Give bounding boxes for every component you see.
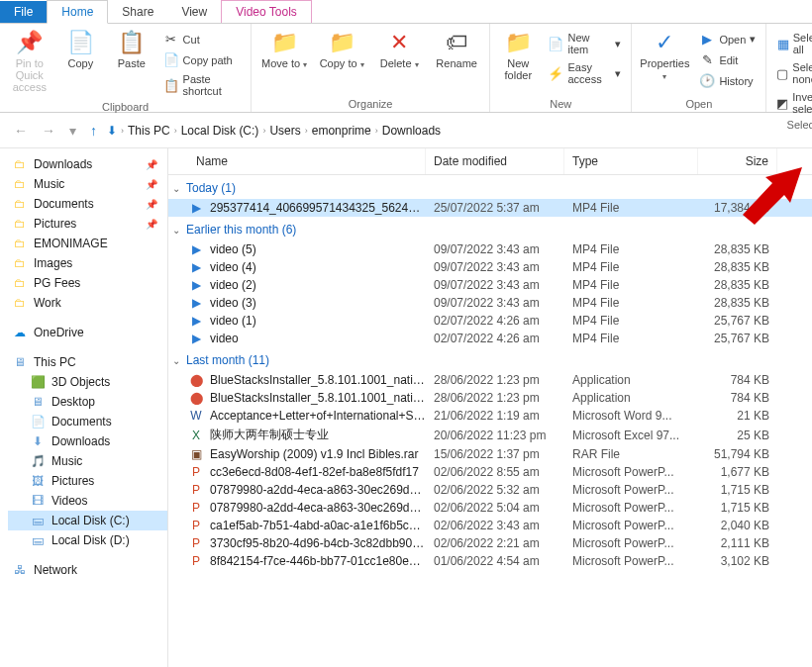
- select-all-icon: ▦: [776, 37, 788, 51]
- file-row[interactable]: X陕师大两年制硕士专业20/06/2022 11:23 pmMicrosoft …: [168, 425, 812, 445]
- file-size: 28,835 KB: [698, 260, 777, 274]
- folder-icon: 🗀: [12, 157, 28, 171]
- file-row[interactable]: ▶video02/07/2022 4:26 amMP4 File25,767 K…: [168, 330, 812, 347]
- nav-pc-item[interactable]: 🟩3D Objects: [8, 372, 167, 392]
- file-row[interactable]: Pca1ef5ab-7b51-4abd-a0ac-a1e1f6b5c39b02/…: [168, 517, 812, 534]
- move-to-button[interactable]: 📁Move to ▾: [257, 26, 311, 70]
- edit-button[interactable]: ✎Edit: [695, 50, 760, 69]
- file-icon: ▶: [188, 242, 204, 256]
- nav-recent-button[interactable]: ▾: [65, 123, 80, 139]
- nav-quick-item[interactable]: 🗀Downloads📌: [8, 154, 167, 174]
- file-row[interactable]: WAcceptance+Letter+of+International+St..…: [168, 407, 812, 425]
- nav-forward-button[interactable]: →: [38, 123, 59, 139]
- group-header[interactable]: ⌄Earlier this month (6): [168, 217, 812, 240]
- file-icon: P: [188, 536, 204, 550]
- col-name[interactable]: Name: [168, 148, 426, 174]
- file-row[interactable]: Pcc3e6ecd-8d08-4ef1-82ef-ba8e8f5fdf1702/…: [168, 463, 812, 481]
- select-none-button[interactable]: ▢Select none: [772, 59, 812, 87]
- nav-pc-item[interactable]: 🎵Music: [8, 451, 167, 471]
- tab-home[interactable]: Home: [47, 0, 108, 24]
- crumb-c[interactable]: Local Disk (C:): [181, 124, 259, 138]
- col-type[interactable]: Type: [564, 148, 698, 174]
- nav-pc-item[interactable]: 🖴Local Disk (D:): [8, 530, 167, 550]
- group-header[interactable]: ⌄Today (1): [168, 175, 812, 199]
- address-bar: ← → ▾ ↑ ⬇ › This PC › Local Disk (C:) › …: [0, 113, 812, 148]
- file-icon: P: [188, 465, 204, 479]
- file-size: 25,767 KB: [698, 314, 777, 328]
- file-row[interactable]: P3730cf95-8b20-4d96-b4cb-3c82dbb9003902/…: [168, 534, 812, 552]
- nav-pc-item[interactable]: 🖼Pictures: [8, 471, 167, 491]
- delete-button[interactable]: ✕Delete ▾: [372, 26, 426, 70]
- file-row[interactable]: ▶video (1)02/07/2022 4:26 amMP4 File25,7…: [168, 312, 812, 330]
- new-item-button[interactable]: 📄New item ▾: [544, 30, 625, 57]
- file-name: EasyWorship (2009) v1.9 Incl Bibles.rar: [210, 447, 419, 461]
- file-row[interactable]: ▶295377414_406699571434325_5624732014...…: [168, 199, 812, 217]
- col-size[interactable]: Size: [698, 148, 777, 174]
- nav-quick-item[interactable]: 🗀Work: [8, 293, 167, 313]
- rename-button[interactable]: 🏷Rename: [430, 26, 483, 69]
- nav-up-button[interactable]: ↑: [86, 123, 101, 139]
- nav-pc-item[interactable]: ⬇Downloads: [8, 431, 167, 451]
- tab-video-tools[interactable]: Video Tools: [221, 0, 312, 23]
- nav-pc-item[interactable]: 🖥Desktop: [8, 392, 167, 412]
- file-row[interactable]: ▶video (3)09/07/2022 3:43 amMP4 File28,8…: [168, 294, 812, 312]
- copy-path-icon: 📄: [163, 52, 179, 67]
- nav-network[interactable]: 🖧Network: [8, 560, 167, 580]
- copy-to-button[interactable]: 📁Copy to ▾: [315, 26, 368, 70]
- history-button[interactable]: 🕑History: [695, 71, 760, 90]
- select-all-button[interactable]: ▦Select all: [772, 30, 812, 57]
- nav-quick-item[interactable]: 🗀Music📌: [8, 174, 167, 194]
- nav-thispc[interactable]: 🖥This PC: [8, 352, 167, 372]
- file-icon: ▣: [188, 447, 204, 461]
- file-type: MP4 File: [564, 201, 698, 215]
- nav-quick-item[interactable]: 🗀PG Fees: [8, 273, 167, 293]
- cut-button[interactable]: ✂Cut: [159, 30, 246, 48]
- file-row[interactable]: ▶video (4)09/07/2022 3:43 amMP4 File28,8…: [168, 258, 812, 276]
- downloads-icon: ⬇: [107, 124, 117, 138]
- paste-shortcut-button[interactable]: 📋Paste shortcut: [159, 71, 246, 99]
- tab-share[interactable]: Share: [108, 1, 167, 23]
- nav-back-button[interactable]: ←: [10, 123, 32, 139]
- drive-icon: 🖼: [30, 474, 46, 488]
- file-row[interactable]: ▣EasyWorship (2009) v1.9 Incl Bibles.rar…: [168, 445, 812, 463]
- file-row[interactable]: ⬤BlueStacksInstaller_5.8.101.1001_native…: [168, 371, 812, 389]
- easy-access-button[interactable]: ⚡Easy access ▾: [544, 59, 625, 87]
- folder-icon: 🗀: [12, 276, 28, 290]
- open-button[interactable]: ▶Open ▾: [695, 30, 760, 48]
- file-row[interactable]: ▶video (2)09/07/2022 3:43 amMP4 File28,8…: [168, 276, 812, 294]
- nav-onedrive[interactable]: ☁OneDrive: [8, 323, 167, 342]
- nav-pc-item[interactable]: 📄Documents: [8, 412, 167, 431]
- group-header[interactable]: ⌄Last month (11): [168, 347, 812, 371]
- chevron-right-icon: ›: [305, 126, 308, 136]
- nav-quick-item[interactable]: 🗀Documents📌: [8, 194, 167, 214]
- crumb-user[interactable]: emonprime: [312, 124, 371, 138]
- file-row[interactable]: ⬤BlueStacksInstaller_5.8.101.1001_native…: [168, 389, 812, 407]
- copy-path-button[interactable]: 📄Copy path: [159, 50, 246, 69]
- file-name: BlueStacksInstaller_5.8.101.1001_native_…: [210, 391, 426, 405]
- drive-icon: 🟩: [30, 375, 46, 389]
- file-icon: ▶: [188, 260, 204, 274]
- tab-view[interactable]: View: [167, 1, 221, 23]
- copy-button[interactable]: 📄 Copy: [57, 26, 105, 69]
- nav-quick-item[interactable]: 🗀Images: [8, 253, 167, 273]
- new-folder-button[interactable]: 📁New folder: [496, 26, 540, 81]
- nav-quick-item[interactable]: 🗀EMONIMAGE: [8, 234, 167, 253]
- file-row[interactable]: P07879980-a2dd-4eca-a863-30ec269d8747...…: [168, 481, 812, 499]
- nav-pc-item[interactable]: 🎞Videos: [8, 491, 167, 511]
- invert-selection-button[interactable]: ◩Invert selecti: [772, 89, 812, 117]
- file-row[interactable]: ▶video (5)09/07/2022 3:43 amMP4 File28,8…: [168, 240, 812, 258]
- crumb-users[interactable]: Users: [269, 124, 300, 138]
- crumb-thispc[interactable]: This PC: [128, 124, 170, 138]
- nav-pc-item[interactable]: 🖴Local Disk (C:): [8, 511, 167, 530]
- file-row[interactable]: P8f842154-f7ce-446b-bb77-01cc1e80ee5b01/…: [168, 552, 812, 570]
- pin-quick-access-button[interactable]: 📌 Pin to Quick access: [6, 26, 53, 93]
- col-date[interactable]: Date modified: [426, 148, 564, 174]
- paste-button[interactable]: 📋 Paste: [108, 26, 155, 69]
- crumb-downloads[interactable]: Downloads: [382, 124, 441, 138]
- nav-quick-item[interactable]: 🗀Pictures📌: [8, 214, 167, 234]
- file-date: 21/06/2022 1:19 am: [426, 409, 564, 423]
- file-type: MP4 File: [564, 332, 698, 345]
- file-row[interactable]: P07879980-a2dd-4eca-a863-30ec269d874702/…: [168, 499, 812, 517]
- properties-button[interactable]: ✓Properties ▾: [638, 26, 691, 82]
- tab-file[interactable]: File: [0, 1, 47, 23]
